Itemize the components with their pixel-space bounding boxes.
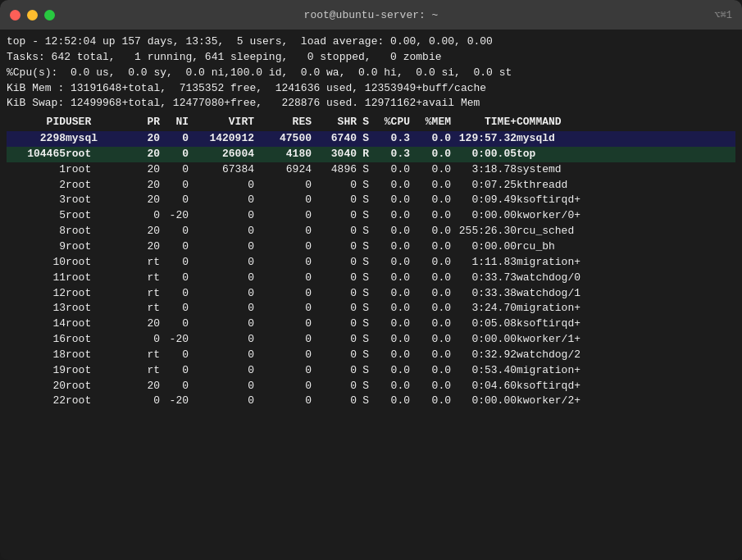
- col-pr: rt: [131, 363, 160, 379]
- col-pid: 13: [8, 301, 66, 316]
- col-pr: 0: [131, 394, 160, 409]
- status-line-1: top - 12:52:04 up 157 days, 13:35, 5 use…: [7, 34, 735, 50]
- col-s: S: [357, 394, 369, 409]
- window-title: root@ubuntu-server: ~: [304, 9, 439, 21]
- col-time: 0:00.00: [451, 239, 517, 255]
- header-s: S: [357, 115, 369, 130]
- col-virt: 0: [189, 178, 254, 193]
- col-ni: -20: [160, 208, 189, 224]
- table-row: 3root200000S0.00.00:09.49ksoftirqd+: [7, 193, 735, 208]
- col-pid: 14: [8, 316, 66, 332]
- col-mem: 0.0: [410, 178, 451, 193]
- col-cmd: migration+: [517, 363, 734, 379]
- col-virt: 0: [189, 301, 254, 316]
- col-user: root: [66, 271, 131, 286]
- col-cpu: 0.3: [369, 131, 410, 147]
- col-res: 0: [254, 255, 312, 271]
- col-user: root: [66, 394, 131, 409]
- col-res: 6924: [254, 162, 312, 178]
- col-pid: 16: [8, 332, 66, 348]
- col-pr: 20: [131, 131, 160, 147]
- header-pr: PR: [131, 115, 160, 130]
- col-mem: 0.0: [410, 286, 451, 302]
- col-s: S: [357, 286, 369, 302]
- col-res: 0: [254, 394, 312, 409]
- col-ni: 0: [160, 271, 189, 286]
- col-res: 0: [254, 316, 312, 332]
- col-res: 0: [254, 271, 312, 286]
- col-cmd: ksoftirqd+: [517, 316, 734, 332]
- col-s: S: [357, 193, 369, 208]
- col-virt: 0: [189, 332, 254, 348]
- col-time: 3:18.78: [451, 162, 517, 178]
- col-user: root: [66, 162, 131, 178]
- col-res: 47500: [254, 131, 312, 147]
- terminal-content[interactable]: top - 12:52:04 up 157 days, 13:35, 5 use…: [0, 30, 742, 560]
- col-user: root: [66, 224, 131, 239]
- col-shr: 0: [312, 332, 357, 348]
- col-pr: 20: [131, 316, 160, 332]
- col-ni: 0: [160, 255, 189, 271]
- col-cpu: 0.0: [369, 255, 410, 271]
- col-ni: 0: [160, 162, 189, 178]
- col-cpu: 0.0: [369, 208, 410, 224]
- col-shr: 0: [312, 255, 357, 271]
- close-button[interactable]: [10, 10, 20, 20]
- col-mem: 0.0: [410, 316, 451, 332]
- col-res: 0: [254, 208, 312, 224]
- col-s: S: [357, 131, 369, 147]
- status-line-3: %Cpu(s): 0.0 us, 0.0 sy, 0.0 ni,100.0 id…: [7, 66, 735, 81]
- col-cmd: watchdog/0: [517, 271, 734, 286]
- col-shr: 0: [312, 224, 357, 239]
- minimize-button[interactable]: [27, 10, 38, 20]
- col-shr: 0: [312, 271, 357, 286]
- col-user: mysql: [66, 131, 131, 147]
- header-user: USER: [66, 115, 131, 130]
- titlebar: root@ubuntu-server: ~ ⌥⌘1: [0, 0, 742, 30]
- col-user: root: [66, 286, 131, 302]
- col-mem: 0.0: [410, 332, 451, 348]
- header-cpu: %CPU: [369, 115, 410, 130]
- col-ni: 0: [160, 178, 189, 193]
- col-ni: 0: [160, 224, 189, 239]
- col-s: S: [357, 332, 369, 348]
- col-pid: 1: [8, 162, 66, 178]
- col-virt: 0: [189, 208, 254, 224]
- col-s: S: [357, 348, 369, 363]
- table-header: PID USER PR NI VIRT RES SHR S %CPU %MEM …: [7, 115, 735, 130]
- col-cpu: 0.0: [369, 348, 410, 363]
- col-pid: 12: [8, 286, 66, 302]
- col-pid: 2: [8, 178, 66, 193]
- col-s: S: [357, 178, 369, 193]
- table-row: 20root200000S0.00.00:04.60ksoftirqd+: [7, 379, 735, 394]
- col-mem: 0.0: [410, 208, 451, 224]
- col-cmd: top: [517, 147, 734, 162]
- maximize-button[interactable]: [44, 10, 55, 20]
- header-pid: PID: [8, 115, 66, 130]
- col-shr: 0: [312, 178, 357, 193]
- table-row: 22root0-20000S0.00.00:00.00kworker/2+: [7, 394, 735, 409]
- col-time: 0:09.49: [451, 193, 517, 208]
- table-row: 9root200000S0.00.00:00.00rcu_bh: [7, 239, 735, 255]
- col-shr: 0: [312, 348, 357, 363]
- col-time: 0:33.38: [451, 286, 517, 302]
- col-s: S: [357, 301, 369, 316]
- col-pr: 20: [131, 224, 160, 239]
- col-cmd: ksoftirqd+: [517, 193, 734, 208]
- status-line-4: KiB Mem : 13191648+total, 7135352 free, …: [7, 81, 735, 97]
- col-virt: 0: [189, 255, 254, 271]
- col-pr: 0: [131, 208, 160, 224]
- table-row: 2root200000S0.00.00:07.25kthreadd: [7, 178, 735, 193]
- table-row: 5root0-20000S0.00.00:00.00kworker/0+: [7, 208, 735, 224]
- col-s: S: [357, 363, 369, 379]
- col-pr: rt: [131, 348, 160, 363]
- table-row: 18rootrt0000S0.00.00:32.92watchdog/2: [7, 348, 735, 363]
- col-cmd: systemd: [517, 162, 734, 178]
- col-user: root: [66, 178, 131, 193]
- col-shr: 6740: [312, 131, 357, 147]
- col-cpu: 0.0: [369, 332, 410, 348]
- col-user: root: [66, 363, 131, 379]
- col-pid: 20: [8, 379, 66, 394]
- col-time: 0:33.73: [451, 271, 517, 286]
- col-res: 0: [254, 193, 312, 208]
